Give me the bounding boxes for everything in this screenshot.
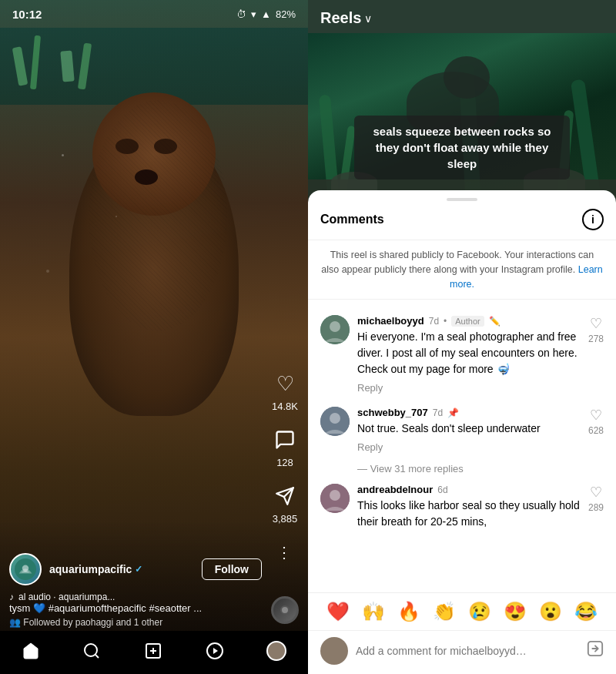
wifi-icon: ▾ [251,8,256,20]
emoji-row: ❤️ 🙌 🔥 👏 😢 😍 😮 😂 [308,592,616,630]
avatar[interactable] [320,315,350,344]
signal-icon: ▲ [261,8,271,20]
status-bar: 10:12 ⏱ ▾ ▲ 82% [0,0,308,28]
author-icon: ✏️ [489,316,500,327]
reels-title: Reels [320,9,361,27]
like-count: 289 [588,502,604,513]
send-icon[interactable] [587,640,604,662]
sheet-handle [447,198,477,201]
avatar[interactable] [320,484,350,513]
svg-point-4 [85,644,97,656]
heart-icon[interactable]: ♡ [590,315,602,332]
more-action[interactable]: ⋮ [271,538,299,566]
heart-icon[interactable]: ♡ [271,370,299,397]
fb-notice: This reel is shared publicly to Facebook… [308,240,616,300]
nav-create[interactable] [144,642,162,660]
video-caption-overlay: seals squeeze between rocks so they don'… [354,116,570,179]
account-avatar[interactable] [9,553,42,585]
status-time: 10:12 [12,8,42,21]
comment-item: schwebby_707 7d 📌 Not true. Seals don't … [308,401,616,460]
emoji-heart-eyes[interactable]: 😍 [504,601,527,622]
comment-text: Not true. Seals don't sleep underwater [357,421,581,437]
left-panel: 10:12 ⏱ ▾ ▲ 82% ♡ 14.8K 128 [0,0,308,674]
reply-button[interactable]: Reply [357,441,383,453]
comment-meta: michaelboyyd 7d • Author ✏️ [357,315,581,327]
emoji-cry[interactable]: 😢 [468,601,491,622]
nav-reels[interactable] [206,642,224,660]
reels-chevron-icon[interactable]: ∨ [364,12,372,25]
more-icon[interactable]: ⋮ [271,538,299,566]
nav-profile[interactable] [266,641,286,661]
comment-body: michaelboyyd 7d • Author ✏️ Hi everyone.… [357,315,581,394]
comment-input[interactable] [356,645,579,657]
share-icon[interactable] [271,482,299,510]
comments-header: Comments i [308,206,616,240]
svg-line-5 [95,655,99,658]
emoji-wow[interactable]: 😮 [539,601,562,622]
comment-item: michaelboyyd 7d • Author ✏️ Hi everyone.… [308,309,616,401]
battery-icon: 82% [276,8,296,20]
clock-icon: ⏱ [236,8,246,20]
account-row: aquariumpacific ✓ Follow [9,553,262,585]
heart-icon[interactable]: ♡ [590,407,602,424]
nav-home[interactable] [22,642,40,660]
emoji-hands[interactable]: 🙌 [362,601,385,622]
comment-text: Hi everyone. I'm a seal photographer and… [357,329,581,377]
video-info: aquariumpacific ✓ Follow ♪ al audio · aq… [9,553,262,628]
comment-like: ♡ 289 [588,484,604,513]
emoji-clap[interactable]: 👏 [433,601,456,622]
comment-meta: andreabdelnour 6d [357,484,581,495]
comment-time: 7d [433,407,443,418]
comment-count: 128 [276,457,293,468]
comment-time: 7d [429,316,439,327]
comment-action[interactable]: 128 [271,426,299,468]
followers-icon: 👥 [9,617,21,628]
avatar[interactable] [320,407,350,436]
comment-body: schwebby_707 7d 📌 Not true. Seals don't … [357,407,581,454]
follow-button[interactable]: Follow [202,558,262,580]
reels-header: Reels ∨ [308,0,616,33]
view-replies-button[interactable]: View 31 more replies [308,460,616,478]
account-name[interactable]: aquariumpacific ✓ [49,563,194,575]
svg-point-14 [330,413,340,424]
followed-by: 👥 Followed by paohaggi and 1 other [9,617,262,628]
comment-text: This looks like harbor seal so they usua… [357,498,581,530]
like-count: 14.8K [272,401,298,412]
status-icons: ⏱ ▾ ▲ 82% [236,8,296,20]
emoji-heart[interactable]: ❤️ [326,601,350,622]
svg-marker-10 [213,648,218,654]
pin-icon: 📌 [447,407,459,418]
music-note-icon: ♪ [9,592,14,602]
info-icon[interactable]: i [582,209,604,230]
emoji-laugh[interactable]: 😂 [574,601,598,622]
comment-username[interactable]: schwebby_707 [357,407,428,418]
reply-button[interactable]: Reply [357,382,383,394]
share-action[interactable]: 3,885 [271,482,299,525]
comment-like: ♡ 278 [588,315,604,344]
comment-username[interactable]: michaelboyyd [357,315,424,327]
comment-item: andreabdelnour 6d This looks like harbor… [308,478,616,539]
right-panel: Reels ∨ seals squeeze between rocks so t… [308,0,616,674]
heart-icon[interactable]: ♡ [590,484,602,501]
input-avatar [320,637,348,665]
emoji-fire[interactable]: 🔥 [397,601,420,622]
comment-icon[interactable] [271,426,299,454]
video-preview: seals squeeze between rocks so they don'… [308,33,616,203]
comments-title: Comments [320,213,384,226]
like-action[interactable]: ♡ 14.8K [271,370,299,412]
caption-row: tysm 💙 #aquariumofthepacific #seaotter .… [9,602,262,614]
like-count: 628 [588,425,604,436]
author-badge: Author [451,316,484,327]
verified-badge: ✓ [135,564,142,575]
comment-meta: schwebby_707 7d 📌 [357,407,581,418]
like-count: 278 [588,334,604,344]
share-count: 3,885 [273,513,298,525]
comment-username[interactable]: andreabdelnour [357,484,433,495]
music-row: ♪ al audio · aquariumpa... [9,592,262,602]
comment-input-row [308,630,616,674]
video-actions: ♡ 14.8K 128 3,885 ⋮ [271,370,299,566]
nav-search[interactable] [82,642,101,660]
comments-list: michaelboyyd 7d • Author ✏️ Hi everyone.… [308,300,616,592]
comment-like: ♡ 628 [588,407,604,436]
comment-time: 6d [437,485,447,495]
